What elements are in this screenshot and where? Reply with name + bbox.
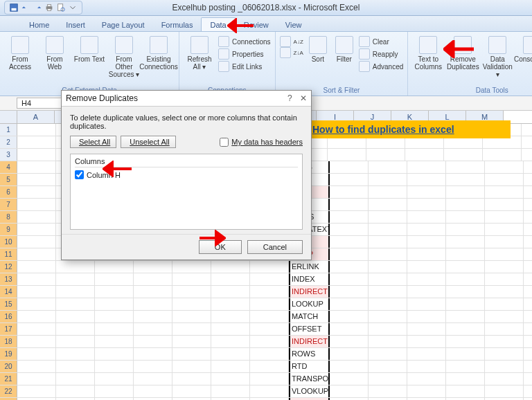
- cell[interactable]: [211, 385, 250, 397]
- tab-home[interactable]: Home: [21, 18, 57, 31]
- tab-insert[interactable]: Insert: [57, 18, 94, 31]
- cell[interactable]: [56, 261, 95, 273]
- cell[interactable]: [17, 298, 56, 310]
- cancel-button[interactable]: Cancel: [247, 240, 303, 254]
- undo-icon[interactable]: [21, 3, 30, 12]
- cell[interactable]: [369, 161, 407, 173]
- help-icon[interactable]: ?: [287, 93, 292, 103]
- cell[interactable]: [330, 385, 369, 397]
- cell[interactable]: MATCH: [289, 311, 330, 322]
- cell[interactable]: [330, 186, 369, 198]
- row-header[interactable]: 10: [0, 236, 17, 248]
- row-header[interactable]: 21: [0, 373, 17, 385]
- cell[interactable]: VLOOKUP: [289, 385, 330, 397]
- cell[interactable]: [407, 161, 446, 173]
- cell[interactable]: [250, 261, 289, 273]
- cell[interactable]: [211, 373, 250, 385]
- cell[interactable]: [485, 224, 524, 235]
- checkbox-input[interactable]: [220, 138, 229, 147]
- cell[interactable]: [407, 211, 446, 223]
- my-data-has-headers-checkbox[interactable]: My data has headers: [220, 138, 303, 147]
- tab-formulas[interactable]: Formulas: [153, 18, 202, 31]
- cell[interactable]: [485, 236, 524, 248]
- row-header[interactable]: 18: [0, 336, 17, 347]
- cell[interactable]: [17, 149, 56, 161]
- cell[interactable]: [17, 373, 56, 385]
- cell[interactable]: [95, 261, 134, 273]
- cell[interactable]: [446, 211, 485, 223]
- cell[interactable]: [95, 298, 134, 310]
- cell[interactable]: [330, 348, 369, 360]
- cell[interactable]: [330, 248, 369, 260]
- cell[interactable]: [407, 336, 446, 347]
- cell[interactable]: [330, 323, 369, 335]
- cell[interactable]: [172, 373, 211, 385]
- cell[interactable]: [17, 348, 56, 360]
- cell[interactable]: [17, 186, 56, 198]
- cell[interactable]: [17, 273, 56, 285]
- cell[interactable]: [485, 373, 524, 385]
- cell[interactable]: ROWS: [289, 348, 330, 360]
- cell[interactable]: [211, 311, 250, 322]
- edit-links-button[interactable]: Edit Links: [218, 61, 271, 72]
- cell[interactable]: [250, 385, 289, 397]
- cell[interactable]: [369, 361, 407, 372]
- cell[interactable]: [56, 373, 95, 385]
- cell[interactable]: [407, 373, 446, 385]
- cell[interactable]: [211, 261, 250, 273]
- row-header[interactable]: 9: [0, 224, 17, 235]
- cell[interactable]: [407, 261, 446, 273]
- cell[interactable]: [134, 336, 172, 347]
- row-header[interactable]: 4: [0, 161, 17, 173]
- row-header[interactable]: 20: [0, 361, 17, 372]
- cell[interactable]: [446, 273, 485, 285]
- cell[interactable]: [369, 186, 407, 198]
- cell[interactable]: [134, 273, 172, 285]
- cell[interactable]: [369, 248, 407, 260]
- cell[interactable]: [56, 273, 95, 285]
- cell[interactable]: [446, 248, 485, 260]
- reapply-button[interactable]: Reapply: [359, 48, 403, 60]
- cell[interactable]: [369, 286, 407, 298]
- advanced-button[interactable]: Advanced: [359, 61, 403, 72]
- cell[interactable]: [446, 336, 485, 347]
- cell[interactable]: OFFSET: [289, 323, 330, 335]
- cell[interactable]: [211, 298, 250, 310]
- cell[interactable]: [211, 348, 250, 360]
- cell[interactable]: [134, 298, 172, 310]
- cell[interactable]: [407, 311, 446, 322]
- cell[interactable]: [446, 224, 485, 235]
- cell[interactable]: [17, 385, 56, 397]
- cell[interactable]: [446, 373, 485, 385]
- cell[interactable]: [330, 273, 369, 285]
- consolidate-button[interactable]: Consolidate: [516, 35, 532, 63]
- row-header[interactable]: 8: [0, 211, 17, 223]
- cell[interactable]: [407, 174, 446, 185]
- cell[interactable]: [407, 323, 446, 335]
- data-validation-button[interactable]: Data Validation ▾: [481, 35, 513, 78]
- cell[interactable]: [211, 273, 250, 285]
- cell[interactable]: [17, 174, 56, 185]
- cell[interactable]: [17, 323, 56, 335]
- cell[interactable]: [369, 348, 407, 360]
- cell[interactable]: [328, 149, 366, 161]
- cell[interactable]: [485, 385, 524, 397]
- cell[interactable]: [56, 311, 95, 322]
- text-to-columns-button[interactable]: Text to Columns: [412, 35, 444, 71]
- cell[interactable]: [330, 298, 369, 310]
- cell[interactable]: [95, 286, 134, 298]
- cell[interactable]: [134, 261, 172, 273]
- cell[interactable]: [95, 373, 134, 385]
- cell[interactable]: [330, 224, 369, 235]
- cell[interactable]: [330, 311, 369, 322]
- row-header[interactable]: 15: [0, 298, 17, 310]
- cell[interactable]: [250, 373, 289, 385]
- cell[interactable]: [17, 124, 56, 136]
- cell[interactable]: [407, 298, 446, 310]
- cell[interactable]: [446, 323, 485, 335]
- cell[interactable]: [211, 286, 250, 298]
- cell[interactable]: [17, 261, 56, 273]
- cell[interactable]: [405, 149, 444, 161]
- cell[interactable]: [485, 199, 524, 210]
- cell[interactable]: [369, 385, 407, 397]
